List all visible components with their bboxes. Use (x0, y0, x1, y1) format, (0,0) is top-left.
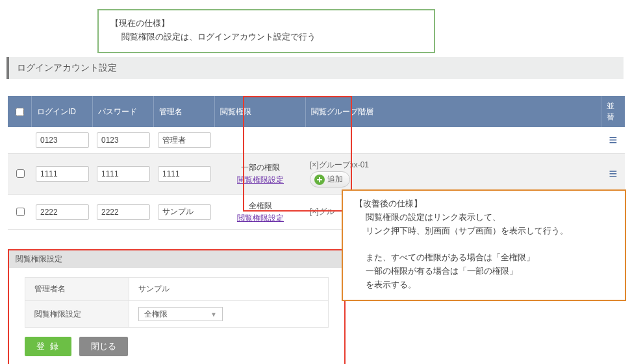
callout-title: 【改善後の仕様】 (355, 199, 422, 208)
callout-title: 【現在の仕様】 (110, 18, 170, 28)
table-row: ≡ (8, 127, 625, 154)
add-group-button[interactable]: 追加 (310, 171, 350, 188)
admin-name-input[interactable] (158, 166, 211, 182)
login-id-input[interactable] (36, 132, 89, 148)
header-view-permission: 閲覧権限 (215, 96, 306, 127)
admin-name-input[interactable] (158, 132, 211, 148)
chevron-down-icon: ▼ (210, 311, 217, 318)
select-all-checkbox[interactable] (16, 108, 24, 116)
perm-label: 閲覧権限設定 (25, 301, 129, 328)
header-sort: 並替 (601, 96, 625, 127)
drag-handle-icon[interactable]: ≡ (605, 169, 621, 178)
group-item[interactable]: [×]グループxx-01 (310, 159, 598, 171)
callout-desc: 閲覧権限の設定はリンク表示して、 リンク押下時、別画面（サブ画面）を表示して行う… (355, 211, 613, 292)
page-title: ログインアカウント設定 (6, 57, 624, 79)
admin-name-label: 管理者名 (25, 278, 129, 301)
login-id-input[interactable] (36, 204, 89, 220)
header-login-id: ログインID (32, 96, 93, 127)
header-view-group: 閲覧グループ階層 (306, 96, 601, 127)
add-label: 追加 (327, 173, 343, 186)
permission-status: 全権限 (219, 200, 302, 212)
admin-name-value: サンプル (129, 278, 329, 301)
permission-dropdown-value: 全権限 (144, 309, 168, 320)
table-row: 一部の権限閲覧権限設定[×]グループxx-01追加≡ (8, 154, 625, 195)
permission-settings-link[interactable]: 閲覧権限設定 (237, 213, 284, 223)
password-input[interactable] (97, 166, 150, 182)
permission-dropdown[interactable]: 全権限 ▼ (138, 307, 223, 321)
register-button[interactable]: 登 録 (25, 337, 71, 356)
admin-name-input[interactable] (158, 204, 211, 220)
permission-form: 管理者名 サンプル 閲覧権限設定 全権限 ▼ (25, 277, 329, 328)
close-button[interactable]: 閉じる (79, 337, 128, 356)
callout-current-spec: 【現在の仕様】 閲覧権限の設定は、ログインアカウント設定で行う (97, 9, 435, 53)
login-id-input[interactable] (36, 166, 89, 182)
panel-title: 閲覧権限設定 (9, 250, 344, 268)
permission-status: 一部の権限 (219, 162, 302, 173)
plus-icon (314, 175, 325, 185)
password-input[interactable] (97, 204, 150, 220)
permission-settings-panel-highlight: 閲覧権限設定 管理者名 サンプル 閲覧権限設定 全権限 ▼ 登 録 閉じる (8, 249, 346, 364)
header-admin-name: 管理名 (154, 96, 215, 127)
row-checkbox[interactable] (16, 208, 25, 216)
row-checkbox[interactable] (16, 169, 25, 178)
permission-settings-link[interactable]: 閲覧権限設定 (237, 175, 284, 184)
password-input[interactable] (97, 132, 150, 148)
header-checkbox[interactable] (8, 96, 32, 127)
header-password: パスワード (93, 96, 154, 127)
callout-desc: 閲覧権限の設定は、ログインアカウント設定で行う (110, 30, 422, 44)
drag-handle-icon[interactable]: ≡ (605, 136, 621, 145)
callout-improved-spec: 【改善後の仕様】 閲覧権限の設定はリンク表示して、 リンク押下時、別画面（サブ画… (342, 189, 626, 301)
